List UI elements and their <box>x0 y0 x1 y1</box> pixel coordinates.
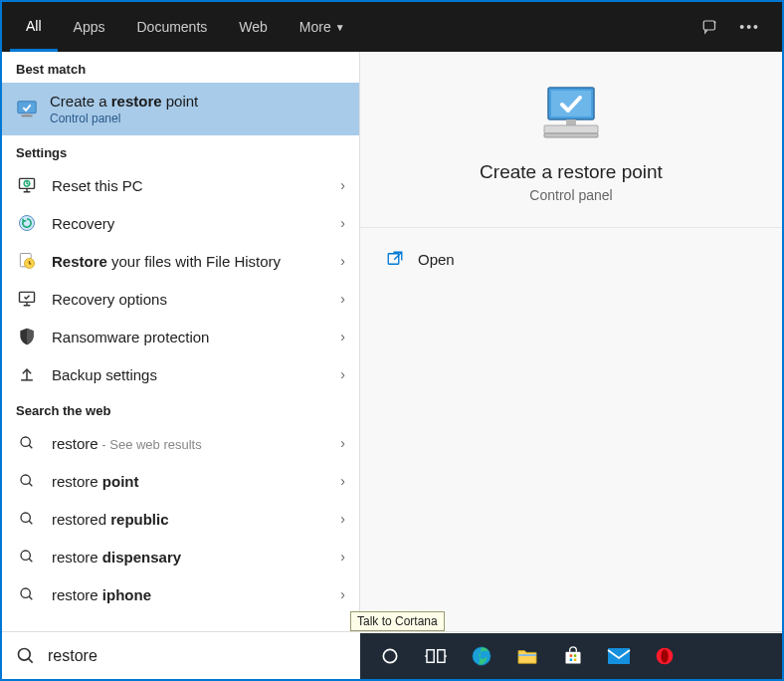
svg-point-23 <box>383 649 396 662</box>
preview-actions: Open <box>360 228 782 290</box>
svg-rect-33 <box>574 659 577 662</box>
svg-rect-25 <box>438 650 445 663</box>
file-history-icon <box>16 250 38 272</box>
preview-subtitle: Control panel <box>380 187 762 203</box>
open-icon <box>386 250 404 268</box>
web-restore-dispensary[interactable]: restore dispensary › <box>2 538 359 575</box>
tabbar-right: ••• <box>701 18 774 36</box>
chevron-right-icon: › <box>340 473 345 489</box>
section-search-web: Search the web <box>2 393 359 424</box>
tab-documents[interactable]: Documents <box>120 2 223 52</box>
svg-rect-32 <box>570 659 573 662</box>
tab-all[interactable]: All <box>10 2 58 52</box>
recovery-icon <box>16 212 38 234</box>
svg-point-14 <box>21 551 30 560</box>
chevron-right-icon: › <box>340 511 345 527</box>
svg-point-1 <box>714 21 716 23</box>
chevron-right-icon: › <box>340 215 345 231</box>
svg-rect-24 <box>427 650 434 663</box>
search-icon <box>16 546 38 568</box>
svg-rect-17 <box>551 91 591 116</box>
svg-rect-18 <box>566 119 576 125</box>
tab-web[interactable]: Web <box>223 2 284 52</box>
svg-rect-34 <box>608 648 630 664</box>
svg-rect-2 <box>18 101 36 113</box>
taskbar-opera[interactable] <box>643 633 686 679</box>
action-open-label: Open <box>418 251 455 268</box>
web-restore-iphone[interactable]: restore iphone › <box>2 575 359 613</box>
feedback-icon[interactable] <box>701 18 719 36</box>
search-icon <box>16 508 38 530</box>
preview-title: Create a restore point <box>380 161 762 183</box>
search-panel: All Apps Documents Web More ▼ ••• Best m… <box>0 0 784 681</box>
preview-header: Create a restore point Control panel <box>360 52 782 228</box>
restore-point-icon <box>16 99 38 120</box>
chevron-right-icon: › <box>340 549 345 565</box>
shield-icon <box>16 326 38 347</box>
chevron-right-icon: › <box>340 435 345 451</box>
best-match-item[interactable]: Create a restore point Control panel <box>2 83 359 135</box>
settings-recovery-options[interactable]: Recovery options › <box>2 280 359 318</box>
search-icon <box>16 583 38 605</box>
svg-point-15 <box>21 588 30 597</box>
preview-app-icon <box>380 82 762 143</box>
svg-point-13 <box>21 513 30 522</box>
svg-point-11 <box>21 437 30 446</box>
filter-tabbar: All Apps Documents Web More ▼ ••• <box>2 2 782 52</box>
settings-recovery[interactable]: Recovery › <box>2 204 359 242</box>
search-icon <box>16 470 38 492</box>
results-list: Best match Create a restore point Contro… <box>2 52 360 631</box>
recovery-options-icon <box>16 288 38 310</box>
chevron-right-icon: › <box>340 291 345 307</box>
action-open[interactable]: Open <box>384 244 758 274</box>
settings-file-history[interactable]: Restore your files with File History › <box>2 242 359 280</box>
taskbar <box>360 633 782 679</box>
web-restored-republic[interactable]: restored republic › <box>2 500 359 538</box>
svg-rect-30 <box>570 654 573 657</box>
chevron-right-icon: › <box>340 253 345 269</box>
tab-apps[interactable]: Apps <box>58 2 121 52</box>
taskbar-explorer[interactable] <box>505 633 549 679</box>
section-best-match: Best match <box>2 52 359 83</box>
section-settings: Settings <box>2 135 359 166</box>
chevron-right-icon: › <box>340 366 345 382</box>
svg-rect-0 <box>704 21 715 30</box>
taskbar-mail[interactable] <box>597 633 641 679</box>
search-icon <box>16 432 38 454</box>
svg-point-22 <box>19 648 31 660</box>
search-icon <box>16 646 36 666</box>
best-match-text: Create a restore point Control panel <box>50 93 198 125</box>
chevron-right-icon: › <box>340 177 345 193</box>
web-restore-point[interactable]: restore point › <box>2 462 359 500</box>
taskbar-store[interactable] <box>551 633 595 679</box>
cortana-tooltip: Talk to Cortana <box>350 611 445 631</box>
svg-point-12 <box>21 475 30 484</box>
settings-ransomware[interactable]: Ransomware protection › <box>2 318 359 355</box>
chevron-down-icon: ▼ <box>335 22 345 33</box>
svg-rect-31 <box>574 654 577 657</box>
svg-rect-4 <box>25 113 29 114</box>
backup-icon <box>16 363 38 385</box>
more-options-icon[interactable]: ••• <box>739 19 760 35</box>
tab-more[interactable]: More ▼ <box>284 2 361 52</box>
svg-rect-20 <box>544 133 598 137</box>
svg-rect-19 <box>544 125 598 133</box>
chevron-right-icon: › <box>340 586 345 602</box>
svg-point-36 <box>661 649 669 662</box>
settings-backup[interactable]: Backup settings › <box>2 355 359 393</box>
svg-point-7 <box>20 216 35 231</box>
web-restore[interactable]: restore - See web results › <box>2 424 359 462</box>
taskbar-edge[interactable] <box>460 633 503 679</box>
taskbar-taskview[interactable] <box>414 633 458 679</box>
svg-rect-29 <box>566 652 581 664</box>
taskbar-cortana[interactable] <box>368 633 412 679</box>
tab-more-label: More <box>299 19 331 35</box>
svg-rect-28 <box>518 654 536 656</box>
svg-rect-21 <box>388 254 399 265</box>
preview-pane: Create a restore point Control panel Ope… <box>360 52 782 631</box>
body: Best match Create a restore point Contro… <box>2 52 782 631</box>
chevron-right-icon: › <box>340 329 345 344</box>
svg-rect-3 <box>22 114 33 116</box>
reset-icon <box>16 174 38 196</box>
settings-reset-pc[interactable]: Reset this PC › <box>2 166 359 204</box>
